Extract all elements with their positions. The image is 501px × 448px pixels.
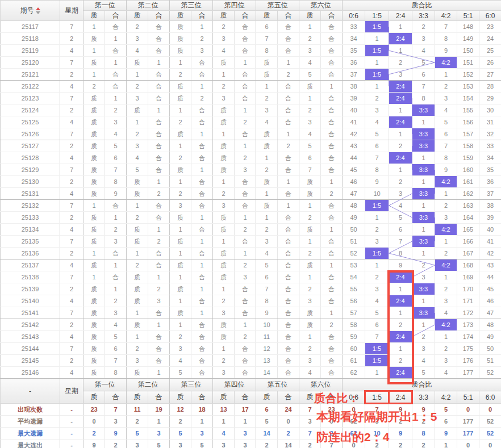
stat-ratio-value: 0 bbox=[479, 439, 501, 448]
cell-prime-hit: 质 bbox=[84, 104, 105, 116]
cell-composite-hit: 合 bbox=[148, 128, 170, 140]
cell-composite-hit: 合 bbox=[278, 152, 299, 164]
cell-ratio-miss: 3 bbox=[389, 188, 412, 200]
column-header-period[interactable]: 期号 bbox=[1, 1, 60, 21]
cell-period: 25130 bbox=[1, 176, 60, 188]
cell-miss-count: 3 bbox=[127, 140, 148, 152]
cell-composite-hit: 合 bbox=[191, 248, 213, 259]
cell-ratio-miss: 165 bbox=[457, 224, 479, 236]
cell-period: 25146 bbox=[1, 367, 60, 379]
cell-miss-count: 8 bbox=[256, 295, 278, 307]
cell-ratio-miss: 6 bbox=[365, 319, 389, 331]
column-header-position-6: 第六位 bbox=[299, 1, 343, 11]
stat-ratio-value: 177 bbox=[457, 428, 479, 439]
cell-composite-hit: 合 bbox=[148, 307, 170, 319]
cell-miss-count: 4 bbox=[105, 128, 127, 140]
cell-ratio-miss: 29 bbox=[479, 93, 501, 104]
cell-period: 25119 bbox=[1, 45, 60, 57]
subheader-ratio-4-2: 4:2 bbox=[435, 11, 457, 21]
cell-ratio-miss: 2 bbox=[435, 283, 457, 295]
cell-miss-count: 4 bbox=[127, 45, 148, 57]
cell-miss-count: 1 bbox=[191, 21, 213, 33]
cell-ratio-miss: 25 bbox=[479, 45, 501, 57]
cell-ratio-miss: 1 bbox=[412, 176, 435, 188]
cell-composite-hit: 合 bbox=[321, 212, 343, 224]
stat-ratio-value: 2 bbox=[389, 416, 412, 428]
subheader-composite: 合 bbox=[278, 391, 299, 404]
stat-ratio-value: 52 bbox=[479, 416, 501, 428]
subheader-ratio-6-0: 6:0 bbox=[479, 11, 501, 21]
cell-period: 25139 bbox=[1, 283, 60, 295]
cell-miss-count: 1 bbox=[170, 248, 191, 259]
cell-ratio-miss: 176 bbox=[457, 355, 479, 367]
cell-miss-count: 1 bbox=[321, 81, 343, 93]
cell-composite-hit: 合 bbox=[278, 188, 299, 200]
cell-ratio-miss: 1 bbox=[412, 200, 435, 212]
cell-prime-hit: 质 bbox=[170, 307, 191, 319]
cell-miss-count: 6 bbox=[105, 343, 127, 355]
table-row: 251332质12合质1质11合2合49153:3316439 bbox=[1, 212, 501, 224]
cell-week: 2 bbox=[60, 319, 84, 331]
cell-miss-count: 7 bbox=[105, 164, 127, 176]
cell-miss-count: 1 bbox=[84, 21, 105, 33]
cell-miss-count: 3 bbox=[299, 355, 321, 367]
cell-miss-count: 2 bbox=[105, 295, 127, 307]
cell-ratio-miss: 46 bbox=[343, 176, 365, 188]
cell-prime-hit: 质 bbox=[256, 140, 278, 152]
cell-prime-hit: 质 bbox=[170, 128, 191, 140]
cell-miss-count: 3 bbox=[213, 200, 235, 212]
cell-prime-hit: 质 bbox=[84, 93, 105, 104]
cell-miss-count: 3 bbox=[256, 236, 278, 248]
sort-desc-icon bbox=[36, 11, 40, 14]
cell-ratio-miss: 1 bbox=[389, 307, 412, 319]
analysis-table: 期号星期第一位第二位第三位第四位第五位第六位质合比质合质合质合质合质合质合0:6… bbox=[0, 0, 501, 448]
cell-miss-count: 2 bbox=[191, 33, 213, 45]
cell-miss-count: 1 bbox=[170, 104, 191, 116]
cell-miss-count: 3 bbox=[127, 33, 148, 45]
cell-prime-hit: 质 bbox=[84, 33, 105, 45]
cell-composite-hit: 合 bbox=[191, 367, 213, 379]
cell-miss-count: 2 bbox=[170, 116, 191, 128]
cell-prime-hit: 质 bbox=[127, 176, 148, 188]
stat-value: 18 bbox=[191, 404, 213, 416]
cell-ratio-miss: 26 bbox=[479, 57, 501, 69]
stat-value: 23 bbox=[321, 404, 343, 416]
cell-composite-hit: 合 bbox=[191, 152, 213, 164]
cell-miss-count: 1 bbox=[256, 188, 278, 200]
cell-ratio-miss: 42 bbox=[479, 248, 501, 259]
cell-ratio-miss: 48 bbox=[343, 200, 365, 212]
cell-ratio-miss: 1 bbox=[435, 236, 457, 248]
cell-ratio-miss: 5 bbox=[435, 116, 457, 128]
cell-prime-hit: 质 bbox=[84, 259, 105, 271]
cell-ratio-miss: 171 bbox=[457, 295, 479, 307]
cell-ratio-miss: 164 bbox=[457, 212, 479, 224]
table-row: 2511771合2合质12合6合1合331:512714823 bbox=[1, 21, 501, 33]
cell-composite-hit: 合 bbox=[191, 104, 213, 116]
subheader-prime: 质 bbox=[170, 391, 191, 404]
stat-value: 9 bbox=[105, 428, 127, 439]
stat-value: 4 bbox=[213, 428, 235, 439]
cell-composite-hit: 合 bbox=[278, 259, 299, 271]
cell-ratio-miss: 4 bbox=[412, 355, 435, 367]
table-row: 2513621合1合1合质14合2合521:581216742 bbox=[1, 248, 501, 259]
cell-composite-hit: 合 bbox=[278, 367, 299, 379]
cell-composite-hit: 合 bbox=[321, 93, 343, 104]
cell-ratio-miss: 3 bbox=[435, 93, 457, 104]
cell-miss-count: 2 bbox=[105, 224, 127, 236]
cell-week: 4 bbox=[60, 188, 84, 200]
cell-miss-count: 1 bbox=[191, 212, 213, 224]
cell-ratio-hit: 3:3 bbox=[412, 236, 435, 248]
cell-miss-count: 2 bbox=[278, 140, 299, 152]
cell-ratio-miss: 4 bbox=[435, 104, 457, 116]
cell-composite-hit: 合 bbox=[105, 271, 127, 283]
cell-composite-hit: 合 bbox=[148, 69, 170, 81]
cell-prime-hit: 质 bbox=[84, 307, 105, 319]
cell-composite-hit: 合 bbox=[321, 343, 343, 355]
cell-composite-hit: 合 bbox=[148, 93, 170, 104]
cell-ratio-miss: 7 bbox=[365, 331, 389, 343]
cell-ratio-hit: 1:5 bbox=[365, 69, 389, 81]
cell-ratio-miss: 1 bbox=[365, 57, 389, 69]
cell-miss-count: 2 bbox=[299, 283, 321, 295]
cell-ratio-miss: 7 bbox=[412, 81, 435, 93]
cell-miss-count: 1 bbox=[321, 224, 343, 236]
